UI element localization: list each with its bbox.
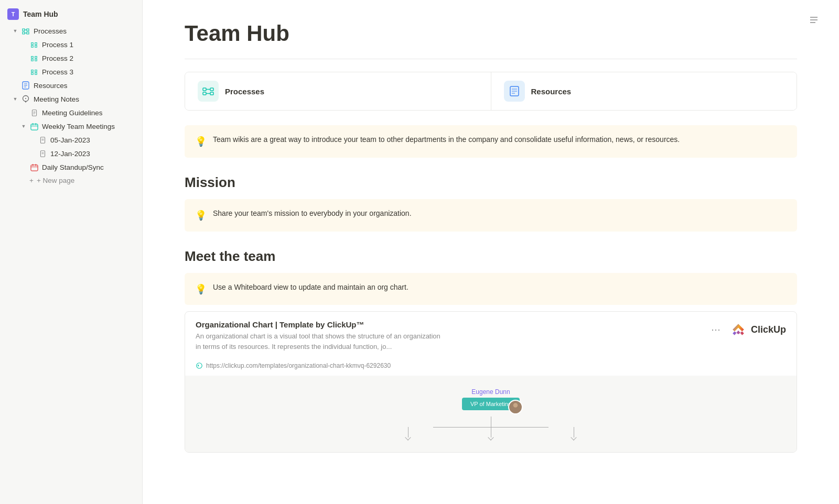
org-avatar [508, 400, 523, 414]
sidebar-item-resources[interactable]: Resources [2, 79, 140, 92]
tip-text-2: Share your team's mission to everybody i… [213, 207, 412, 219]
flow-icon-small [29, 40, 39, 49]
title-divider [185, 59, 797, 59]
sidebar-item-process3[interactable]: Process 3 [2, 65, 140, 79]
workspace-avatar: T [7, 8, 19, 20]
sidebar-item-jan5[interactable]: 05-Jan-2023 [2, 133, 140, 147]
svg-rect-30 [203, 92, 206, 95]
branch-children [406, 427, 576, 440]
embed-card-description: An organizational chart is a visual tool… [196, 331, 447, 352]
cards-row: Processes Resources [185, 72, 797, 111]
branch-line [491, 417, 491, 427]
svg-rect-29 [203, 88, 206, 91]
svg-point-39 [197, 363, 202, 369]
sidebar: T Team Hub ▼ Processes Process 1 Process… [0, 0, 143, 504]
doc-small-icon3 [38, 149, 47, 158]
plus-icon: + [29, 177, 34, 184]
sidebar-item-meeting-notes[interactable]: ▼ Meeting Notes [2, 92, 140, 106]
svg-rect-31 [210, 88, 213, 91]
svg-point-41 [512, 408, 519, 413]
flow-icon-small3 [29, 67, 39, 76]
svg-point-40 [513, 403, 518, 408]
list-icon [809, 17, 819, 27]
more-options-button[interactable]: ⋯ [711, 324, 720, 335]
new-page-label: + New page [37, 177, 74, 184]
embed-url: https://clickup.com/templates/organizati… [206, 362, 391, 369]
sidebar-workspace[interactable]: T Team Hub [2, 4, 140, 24]
org-chart-preview: Eugene Dunn VP of Marketing [185, 376, 797, 452]
jan5-label: 05-Jan-2023 [50, 136, 134, 144]
svg-rect-12 [30, 124, 37, 129]
resources-card-icon [504, 81, 525, 102]
svg-point-7 [25, 98, 26, 99]
branch-left [406, 427, 410, 440]
chevron-down-icon2: ▼ [13, 96, 18, 102]
tip-box-1: 💡 Team wikis are a great way to introduc… [185, 125, 797, 158]
org-chart-root: Eugene Dunn VP of Marketing [406, 388, 576, 440]
new-page-button[interactable]: + + New page [2, 174, 140, 187]
sidebar-item-weekly-team[interactable]: ▼ Weekly Team Meetings [2, 119, 140, 133]
meeting-notes-label: Meeting Notes [34, 95, 134, 103]
jan12-label: 12-Jan-2023 [50, 150, 134, 158]
embed-card-title: Organizational Chart | Template by Click… [196, 320, 447, 329]
arrow-left [405, 435, 411, 441]
tip-icon-3: 💡 [195, 282, 207, 297]
toolbar [805, 13, 822, 30]
tip-icon-1: 💡 [195, 134, 207, 149]
doc-small-icon [29, 108, 39, 117]
processes-card-label: Processes [225, 87, 264, 96]
chevron-down-icon: ▼ [13, 28, 18, 34]
meeting-guidelines-label: Meeting Guidelines [42, 109, 134, 117]
calendar-red-icon [29, 162, 39, 172]
process2-label: Process 2 [42, 54, 134, 62]
branch-center [489, 427, 493, 440]
doc-small-icon2 [38, 135, 47, 145]
tip-box-3: 💡 Use a Whiteboard view to update and ma… [185, 273, 797, 305]
tip-icon-2: 💡 [195, 208, 207, 223]
org-person-name: Eugene Dunn [471, 388, 510, 396]
embed-card-text: Organizational Chart | Template by Click… [196, 320, 447, 352]
main-content: Team Hub Processes Resources 💡 Team wiki… [143, 0, 839, 504]
flow-icon [21, 26, 30, 36]
tip-box-2: 💡 Share your team's mission to everybody… [185, 199, 797, 232]
outline-button[interactable] [805, 13, 822, 30]
sidebar-item-processes[interactable]: ▼ Processes [2, 24, 140, 38]
chat-icon [21, 94, 30, 104]
arrow-right [571, 435, 576, 441]
chevron-down-icon3: ▼ [21, 124, 26, 129]
page-title: Team Hub [185, 21, 797, 46]
sidebar-item-jan12[interactable]: 12-Jan-2023 [2, 147, 140, 160]
sidebar-item-process1[interactable]: Process 1 [2, 38, 140, 51]
sidebar-item-daily-standup[interactable]: Daily Standup/Sync [2, 160, 140, 174]
workspace-name: Team Hub [23, 10, 58, 18]
clickup-logo: ClickUp [729, 320, 786, 339]
branch-arms [406, 427, 576, 440]
flow-icon-small2 [29, 53, 39, 63]
svg-rect-32 [210, 92, 213, 95]
sidebar-item-process2[interactable]: Process 2 [2, 51, 140, 65]
sidebar-item-meeting-guidelines[interactable]: Meeting Guidelines [2, 106, 140, 119]
calendar-icon [29, 122, 39, 131]
embed-card: Organizational Chart | Template by Click… [185, 311, 797, 453]
process1-label: Process 1 [42, 41, 134, 49]
meet-team-heading: Meet the team [185, 248, 797, 265]
resources-card[interactable]: Resources [491, 72, 797, 110]
tip-text-3: Use a Whiteboard view to update and main… [213, 281, 408, 293]
horizontal-bar [433, 427, 548, 428]
embed-card-header: Organizational Chart | Template by Click… [185, 312, 797, 358]
arrow-center [488, 435, 493, 441]
clickup-wordmark: ClickUp [751, 324, 786, 335]
svg-rect-22 [30, 165, 37, 170]
processes-card[interactable]: Processes [185, 72, 491, 110]
embed-card-link[interactable]: https://clickup.com/templates/organizati… [185, 358, 797, 376]
tip-text-1: Team wikis are a great way to introduce … [213, 134, 680, 145]
branch-right [572, 427, 576, 440]
mission-heading: Mission [185, 174, 797, 191]
resources-label: Resources [34, 82, 134, 90]
processes-card-icon [198, 81, 219, 102]
process3-label: Process 3 [42, 68, 134, 76]
weekly-team-label: Weekly Team Meetings [42, 123, 134, 130]
resources-card-label: Resources [531, 87, 572, 96]
processes-label: Processes [34, 27, 134, 35]
doc-icon [21, 81, 30, 90]
